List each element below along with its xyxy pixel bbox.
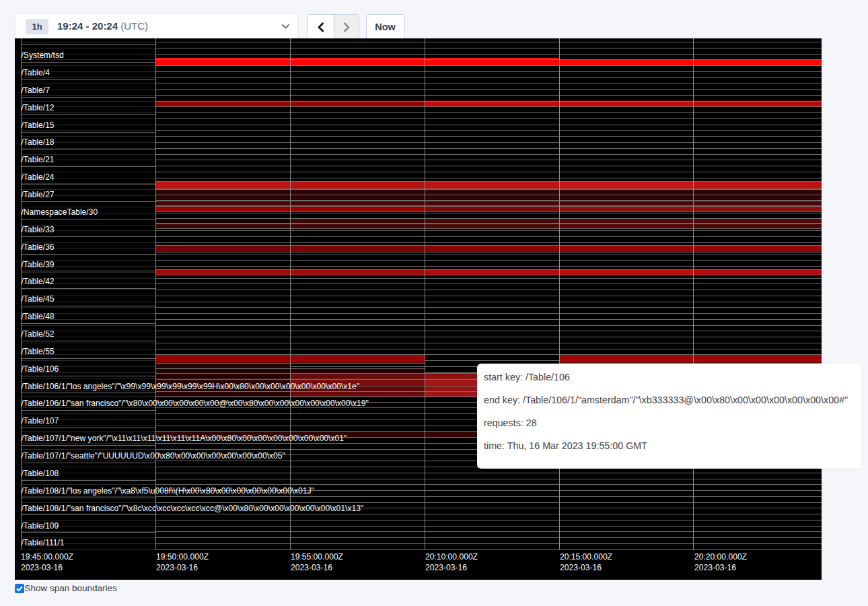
svg-text:/Table/15: /Table/15: [22, 121, 55, 130]
svg-text:2023-03-16: 2023-03-16: [694, 563, 736, 572]
svg-text:/Table/107/1/"seattle"/"UUUUUU: /Table/107/1/"seattle"/"UUUUUUD\x00\x80\…: [22, 451, 285, 461]
svg-text:/Table/4: /Table/4: [22, 68, 50, 77]
svg-text:/Table/48: /Table/48: [22, 312, 55, 321]
svg-text:19:50:00.000Z: 19:50:00.000Z: [156, 552, 209, 562]
svg-text:2023-03-16: 2023-03-16: [560, 563, 602, 572]
svg-text:/Table/45: /Table/45: [22, 294, 55, 304]
svg-text:/Table/108: /Table/108: [22, 469, 59, 478]
svg-text:20:15:00.000Z: 20:15:00.000Z: [560, 552, 613, 562]
svg-text:19:55:00.000Z: 19:55:00.000Z: [291, 552, 344, 562]
svg-text:/Table/33: /Table/33: [22, 225, 55, 234]
svg-text:/Table/42: /Table/42: [22, 277, 55, 286]
svg-text:/Table/52: /Table/52: [22, 329, 55, 339]
svg-text:/Table/55: /Table/55: [22, 347, 55, 356]
svg-text:2023-03-16: 2023-03-16: [425, 563, 467, 572]
svg-text:/Table/106: /Table/106: [22, 364, 59, 374]
svg-text:/Table/107/1/"new york"/"\x11\: /Table/107/1/"new york"/"\x11\x11\x11\x1…: [22, 434, 347, 443]
svg-text:/Table/21: /Table/21: [22, 155, 55, 164]
svg-text:2023-03-16: 2023-03-16: [291, 563, 332, 572]
svg-text:/System/tsd: /System/tsd: [22, 50, 64, 60]
svg-text:/NamespaceTable/30: /NamespaceTable/30: [22, 207, 98, 217]
svg-text:/Table/27: /Table/27: [22, 190, 55, 199]
svg-text:/Table/111/1: /Table/111/1: [22, 538, 65, 547]
svg-text:/Table/12: /Table/12: [22, 103, 55, 112]
svg-text:/Table/24: /Table/24: [22, 172, 55, 182]
svg-text:2023-03-16: 2023-03-16: [156, 563, 198, 572]
svg-text:/Table/107: /Table/107: [22, 416, 59, 426]
svg-text:/Table/18: /Table/18: [22, 137, 55, 147]
svg-text:/Table/108/1/"los angeles"/"\x: /Table/108/1/"los angeles"/"\xa8\xf5\u00…: [22, 486, 314, 496]
svg-text:/Table/108/1/"san francisco"/": /Table/108/1/"san francisco"/"\x8c\xcc\x…: [22, 504, 364, 513]
svg-text:19:45:00.000Z: 19:45:00.000Z: [21, 552, 74, 562]
svg-text:20:20:00.000Z: 20:20:00.000Z: [694, 552, 748, 562]
svg-text:/Table/7: /Table/7: [22, 86, 50, 95]
svg-text:2023-03-16: 2023-03-16: [21, 563, 63, 572]
svg-text:/Table/109: /Table/109: [22, 521, 59, 531]
svg-text:/Table/106/1/"san francisco"/": /Table/106/1/"san francisco"/"\x80\x00\x…: [22, 399, 369, 408]
svg-text:/Table/39: /Table/39: [22, 260, 55, 269]
svg-text:/Table/106/1/"los angeles"/"\x: /Table/106/1/"los angeles"/"\x99\x99\x99…: [22, 382, 360, 391]
svg-text:20:10:00.000Z: 20:10:00.000Z: [425, 552, 478, 562]
svg-text:/Table/36: /Table/36: [22, 242, 55, 252]
